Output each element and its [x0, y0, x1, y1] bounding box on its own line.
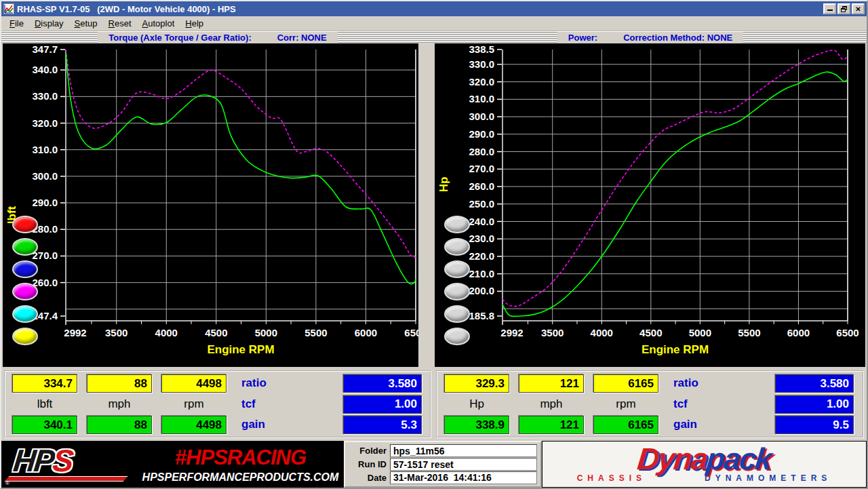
dynapack-wordmark: Dynapack	[636, 446, 772, 473]
torque-header-title: Torque (Axle Torque / Gear Ratio):	[108, 33, 251, 43]
x-tick-label: 4500	[639, 327, 662, 338]
close-icon: ✕	[855, 5, 861, 13]
x-tick-label: 6500	[404, 327, 418, 338]
run-button-gray-3[interactable]	[444, 260, 470, 278]
y-tick-label: 280.0	[469, 146, 494, 157]
x-tick-label: 4000	[591, 327, 613, 338]
run-button-gray-5[interactable]	[444, 305, 470, 323]
left-current-lbft: 334.7	[12, 374, 77, 393]
menu-help[interactable]: Help	[180, 16, 209, 31]
field-label-date: Date	[349, 473, 387, 483]
run-button-gray-6[interactable]	[444, 328, 470, 345]
run-select-buttons-right	[444, 216, 470, 345]
hps-promo: #HPSRACING HPSPERFORMANCEPRODUCTS.COM	[137, 441, 344, 488]
x-tick-label: 5000	[255, 327, 277, 338]
torque-solid-green-curve	[66, 53, 416, 284]
run-info-panel: FolderRun IDDate	[344, 441, 542, 488]
run-button-green[interactable]	[12, 238, 38, 256]
y-tick-label: 250.0	[469, 198, 494, 210]
menu-file[interactable]: File	[4, 16, 29, 31]
power-header-half: Power:Correction Method: NONE	[434, 31, 867, 43]
minimize-button[interactable]	[823, 3, 836, 14]
menu-reset[interactable]: Reset	[103, 16, 137, 31]
left-ratio-value: 3.580	[343, 374, 422, 393]
left-unit-label-lbft: lbft	[12, 397, 77, 411]
x-tick-label: 5000	[689, 327, 711, 338]
left-unit-label-rpm: rpm	[161, 397, 226, 411]
x-tick-label: 4500	[205, 327, 227, 338]
run-select-buttons-left	[12, 216, 38, 345]
window-controls: ✕	[823, 3, 865, 14]
run-button-red[interactable]	[12, 216, 38, 233]
right-gain-value: 9.5	[775, 416, 854, 434]
x-tick-label: 5500	[738, 327, 760, 338]
right-ratio-label: ratio	[673, 376, 698, 390]
right-current-mph: 121	[519, 374, 584, 393]
run-button-cyan[interactable]	[12, 305, 38, 323]
field-row-folder: Folder	[349, 444, 537, 458]
restore-icon	[841, 6, 847, 12]
power-header: Power:Correction Method: NONE	[557, 32, 743, 43]
y-tick-label: 300.0	[469, 111, 494, 122]
power-plot: 338.5330.0320.0310.0300.0290.0280.0270.0…	[435, 43, 865, 367]
x-tick-label: 6000	[787, 327, 810, 338]
power-readout-panel: 329.31216165338.91216165Hpmphrpmratio3.5…	[436, 370, 864, 438]
y-tick-label: 240.0	[469, 216, 494, 227]
left-gain-label: gain	[241, 418, 265, 431]
bottom-banner: HPS ® #HPSRACING HPSPERFORMANCEPRODUCTS.…	[1, 441, 867, 488]
right-peak-rpm: 6165	[593, 416, 658, 434]
run-button-gray-1[interactable]	[444, 216, 470, 233]
window-title: RHAS-SP V1.7-05 (2WD - Motor Vehicle 400…	[17, 4, 236, 14]
restore-button[interactable]	[837, 3, 850, 14]
dynapack-logo: Dynapack CHASSIS DYNAMOMETERS	[542, 442, 866, 487]
left-peak-lbft: 340.1	[12, 416, 77, 434]
field-label-run-id: Run ID	[349, 459, 387, 469]
hps-logo-swoosh	[5, 476, 128, 482]
menu-autoplot[interactable]: Autoplot	[137, 16, 180, 31]
y-tick-label: 270.0	[469, 163, 494, 174]
y-tick-label: 310.0	[32, 144, 58, 155]
run-button-yellow[interactable]	[12, 328, 38, 345]
left-peak-rpm: 4498	[161, 416, 226, 434]
right-tcf-label: tcf	[673, 397, 688, 411]
torque-plot: 347.7340.0330.0320.0310.0300.0290.0280.0…	[3, 43, 418, 367]
power-chart-panel: 338.5330.0320.0310.0300.0290.0280.0270.0…	[435, 43, 865, 367]
minimize-icon	[827, 6, 833, 11]
right-ratio-value: 3.580	[775, 374, 854, 393]
app-icon	[3, 3, 14, 14]
y-tick-label: 290.0	[32, 197, 58, 208]
y-tick-label: 220.0	[469, 250, 494, 262]
left-peak-mph: 88	[87, 416, 152, 434]
app-window: RHAS-SP V1.7-05 (2WD - Motor Vehicle 400…	[0, 0, 868, 489]
run-button-gray-2[interactable]	[444, 238, 470, 256]
y-tick-label: 338.5	[469, 43, 494, 55]
y-tick-label: 310.0	[469, 93, 494, 104]
y-tick-label: 260.0	[469, 180, 494, 192]
y-tick-label: 230.0	[469, 233, 494, 244]
y-tick-label: 185.8	[469, 310, 494, 321]
torque-header-half: Torque (Axle Torque / Gear Ratio):Corr: …	[1, 31, 434, 43]
right-current-rpm: 6165	[593, 374, 658, 393]
hps-logo-text: HPS	[12, 442, 73, 479]
left-tcf-value: 1.00	[343, 395, 422, 414]
close-button[interactable]: ✕	[852, 3, 865, 14]
run-button-magenta[interactable]	[12, 283, 38, 300]
field-input-run-id[interactable]	[390, 458, 537, 471]
y-tick-label: 210.0	[469, 268, 494, 279]
torque-chart-panel: 347.7340.0330.0320.0310.0300.0290.0280.0…	[3, 43, 418, 367]
left-ratio-label: ratio	[241, 376, 267, 390]
menu-display[interactable]: Display	[29, 16, 69, 31]
x-tick-label: 4000	[155, 327, 178, 338]
field-input-folder[interactable]	[390, 444, 537, 457]
run-button-gray-4[interactable]	[444, 283, 470, 300]
right-peak-Hp: 338.9	[444, 416, 509, 434]
x-tick-label: 2992	[500, 327, 523, 338]
menu-setup[interactable]: Setup	[69, 16, 103, 31]
run-button-blue[interactable]	[12, 260, 38, 278]
field-input-date[interactable]	[390, 471, 537, 484]
power-dashed-magenta-curve	[502, 50, 848, 306]
menu-bar: FileDisplaySetupResetAutoplotHelp	[1, 16, 867, 31]
power-header-title: Power:	[568, 33, 597, 43]
power-header-corr: Correction Method: NONE	[623, 33, 732, 43]
power-y-unit: Hp	[437, 171, 451, 198]
